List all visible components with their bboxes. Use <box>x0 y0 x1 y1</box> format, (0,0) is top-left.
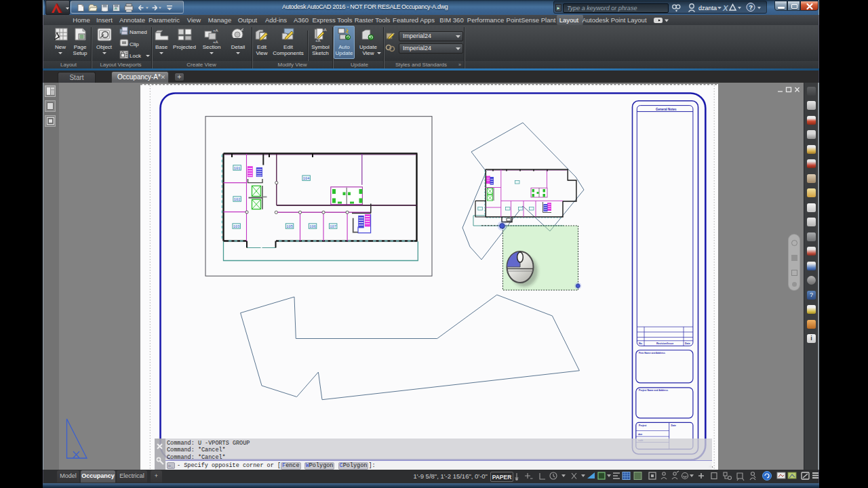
svg-text:Firm Name and Address: Firm Name and Address <box>639 352 665 354</box>
svg-text:No.: No. <box>639 342 643 345</box>
svg-text:Project Name and Address: Project Name and Address <box>639 389 668 392</box>
svg-text:+A: +A <box>315 39 321 43</box>
svg-text:+: + <box>393 31 395 35</box>
svg-text:Project: Project <box>639 424 647 427</box>
svg-text:105: 105 <box>286 225 293 229</box>
svg-text:date: date <box>638 433 643 436</box>
svg-text:?: ? <box>749 3 753 11</box>
svg-text:104: 104 <box>303 177 310 181</box>
svg-text:101: 101 <box>234 167 241 171</box>
svg-text:Date: Date <box>671 424 676 427</box>
svg-text:Revision/Issue: Revision/Issue <box>656 342 673 345</box>
svg-text:+A: +A <box>213 28 218 33</box>
svg-text:107: 107 <box>330 225 336 229</box>
svg-text:Date: Date <box>685 342 690 345</box>
svg-text:General Notes: General Notes <box>656 108 677 111</box>
svg-text:X: X <box>722 4 729 12</box>
svg-text:+A: +A <box>321 28 327 32</box>
svg-text:103: 103 <box>233 225 240 229</box>
svg-text:102: 102 <box>234 198 241 202</box>
svg-text:106: 106 <box>309 225 316 229</box>
svg-text:dzanta: dzanta <box>698 5 717 12</box>
